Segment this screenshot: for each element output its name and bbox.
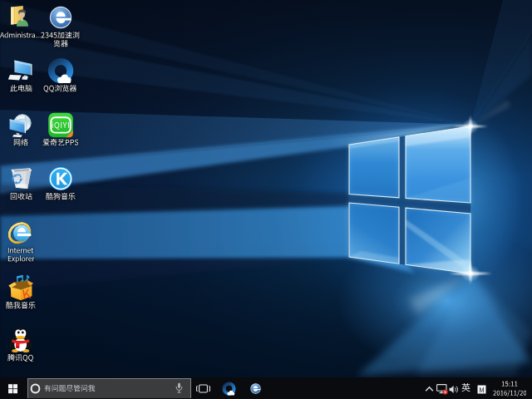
browser-2345-icon: [47, 4, 74, 31]
taskbar: 有问题尽管问我: [0, 377, 532, 399]
desktop-icon-label: Administra...: [0, 32, 41, 40]
internet-explorer-icon: [7, 219, 34, 246]
taskbar-search-box[interactable]: 有问题尽管问我: [27, 378, 191, 398]
taskbar-icon-2345-browser[interactable]: [243, 377, 268, 399]
ime-language-glyphs: [461, 382, 470, 397]
microphone-icon[interactable]: [175, 382, 183, 394]
system-tray: 英 M 15:11 2016/11/20: [423, 377, 532, 399]
tray-show-hidden-icons[interactable]: [423, 384, 436, 392]
ime-mode-icon: [477, 385, 486, 394]
desktop-icon-label: 酷我音乐: [6, 302, 36, 310]
qq-browser-taskbar-icon: [222, 382, 236, 396]
kugou-music-icon: [47, 165, 74, 192]
tray-network-status[interactable]: [436, 382, 448, 395]
tray-ime-language[interactable]: 英: [460, 380, 472, 397]
desktop-icon-kugou-music[interactable]: 酷狗音乐: [37, 165, 84, 201]
tray-volume[interactable]: [448, 383, 460, 394]
desktop-icon-2345-explorer[interactable]: 2345加速浏览器: [37, 4, 84, 48]
desktop-icon-internet-explorer[interactable]: Internet Explorer: [0, 219, 44, 263]
iqiyi-pps-icon: [47, 111, 74, 138]
desktop-icon-label: 网络: [13, 139, 28, 147]
desktop-icon-qq-browser[interactable]: QQ浏览器: [37, 57, 84, 93]
desktop-icon-label: QQ浏览器: [43, 85, 76, 93]
chevron-up-icon: [425, 386, 434, 392]
search-placeholder-glyphs: [44, 385, 190, 393]
desktop-icon-kuwo-music[interactable]: 酷我音乐: [0, 274, 44, 310]
tencent-qq-icon: [7, 327, 34, 353]
clock-date: 2016/11/20: [491, 390, 528, 397]
recycle-bin-icon: [7, 165, 34, 192]
taskbar-icon-qq-browser[interactable]: [215, 377, 243, 399]
windows-logo-icon: [7, 383, 18, 394]
desktop-icon-label: 爱奇艺PPS: [42, 139, 79, 147]
desktop-icon-label: 回收站: [10, 193, 32, 201]
2345-browser-taskbar-icon: [249, 382, 262, 395]
tray-ime-mode[interactable]: M: [472, 383, 491, 394]
task-view-button[interactable]: [191, 377, 215, 399]
speaker-icon: [449, 385, 459, 394]
user-folder-icon: [7, 4, 34, 31]
qq-browser-icon: [47, 57, 74, 84]
desktop-icon-label: 酷狗音乐: [46, 193, 76, 201]
kuwo-music-icon: [7, 274, 34, 301]
desktop-icon-label: 此电脑: [10, 85, 32, 93]
cortana-icon: [30, 383, 41, 394]
this-pc-icon: [7, 57, 34, 84]
desktop-icon-label: 腾讯QQ: [7, 354, 33, 362]
desktop-icon-tencent-qq[interactable]: 腾讯QQ: [0, 327, 44, 362]
desktop-icon-iqiyi-pps[interactable]: 爱奇艺PPS: [37, 111, 84, 147]
task-view-icon: [196, 383, 210, 394]
tray-clock[interactable]: 15:11 2016/11/20: [491, 379, 528, 397]
network-disconnected-icon: [436, 384, 448, 395]
clock-time: 15:11: [491, 381, 528, 388]
windows-desktop: Administra... 2345加速浏览器 此电脑 QQ浏览器 网络 爱奇艺…: [0, 0, 532, 399]
network-icon: [7, 111, 34, 138]
start-button[interactable]: [0, 377, 27, 399]
desktop-icon-label: 2345加速浏览器: [41, 32, 80, 48]
desktop-icon-label: Internet Explorer: [7, 247, 35, 263]
